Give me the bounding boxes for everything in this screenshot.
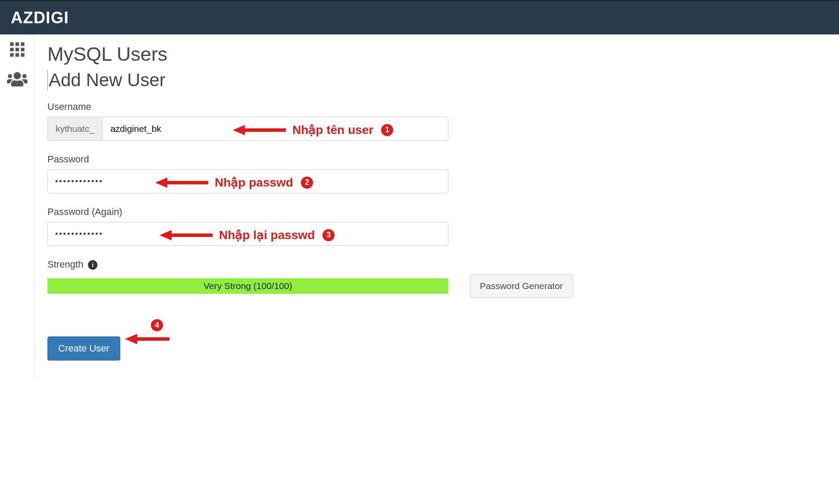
info-icon[interactable]: i <box>88 260 97 270</box>
svg-rect-8 <box>21 53 24 56</box>
annotation-4: 4 <box>125 319 169 344</box>
svg-rect-3 <box>10 48 13 51</box>
svg-rect-4 <box>15 48 19 51</box>
username-prefix: kythuatc_ <box>48 117 103 140</box>
password-input[interactable] <box>47 169 448 193</box>
page-subtitle: Add New User <box>47 70 826 90</box>
svg-rect-1 <box>15 42 19 46</box>
header: AZDIGI <box>0 0 839 34</box>
create-user-button[interactable]: Create User <box>47 336 120 361</box>
username-input[interactable] <box>103 117 448 140</box>
username-input-group: kythuatc_ <box>47 117 448 141</box>
password-again-label: Password (Again) <box>47 206 826 218</box>
password-label: Password <box>47 154 826 165</box>
svg-rect-2 <box>21 42 24 46</box>
strength-bar: Very Strong (100/100) <box>47 278 448 294</box>
sidebar <box>0 34 34 379</box>
username-label: Username <box>47 101 826 112</box>
svg-rect-0 <box>10 42 13 46</box>
svg-rect-5 <box>21 48 24 51</box>
main-content: MySQL Users Add New User Username kythua… <box>34 34 839 379</box>
logo: AZDIGI <box>11 9 69 27</box>
page-title: MySQL Users <box>47 43 826 65</box>
apps-icon[interactable] <box>9 41 26 60</box>
strength-label: Strength i <box>47 259 826 270</box>
svg-rect-6 <box>10 53 13 56</box>
password-again-input[interactable] <box>47 222 448 246</box>
users-icon[interactable] <box>7 71 28 90</box>
password-generator-button[interactable]: Password Generator <box>470 274 573 298</box>
svg-rect-7 <box>15 53 19 56</box>
